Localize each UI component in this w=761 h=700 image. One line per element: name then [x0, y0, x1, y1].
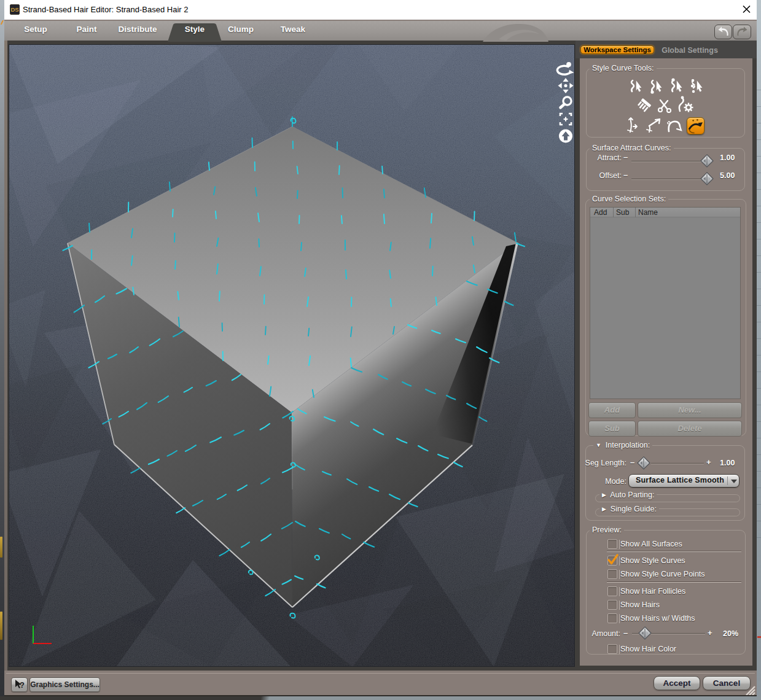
- svg-text:?: ?: [20, 680, 25, 690]
